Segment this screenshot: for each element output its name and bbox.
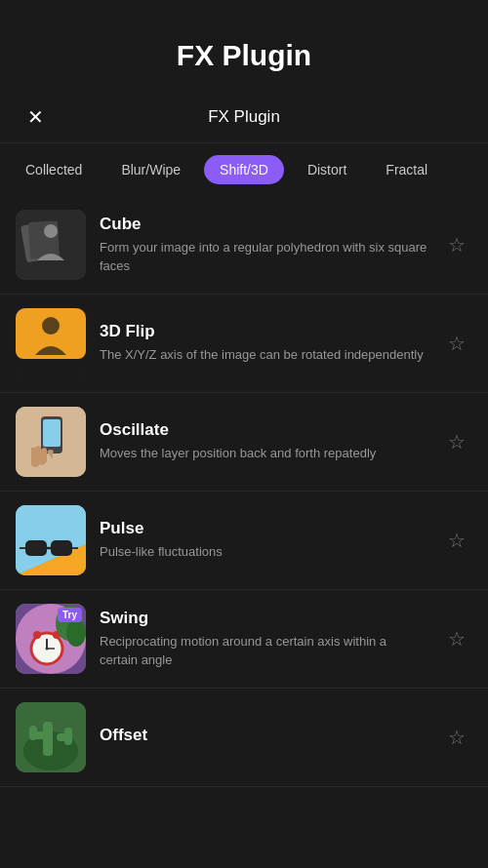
item-thumbnail-swing: Try [16,604,86,674]
list-item[interactable]: Offset ☆ [0,689,488,787]
item-info-oscillate: Oscillate Moves the layer position back … [100,420,427,462]
svg-point-29 [66,619,86,647]
list-item[interactable]: Pulse Pulse-like fluctuations ☆ [0,492,488,590]
list-item[interactable]: Oscillate Moves the layer position back … [0,393,488,492]
item-description: Form your image into a regular polyhedro… [100,239,427,274]
star-icon: ☆ [448,233,466,256]
svg-rect-15 [51,540,72,556]
header-section: FX Plugin [0,0,488,92]
item-info-flip: 3D Flip The X/Y/Z axis of the image can … [100,322,427,364]
item-info-pulse: Pulse Pulse-like fluctuations [100,519,427,561]
item-info-cube: Cube Form your image into a regular poly… [100,215,427,274]
offset-thumbnail-svg [16,702,86,772]
item-name: Cube [100,215,427,234]
tab-collected[interactable]: Collected [10,155,98,184]
cube-thumbnail-svg [16,210,86,280]
favorite-button-pulse[interactable]: ☆ [441,525,472,556]
nav-bar: ✕ FX Plugin [0,92,488,143]
star-icon: ☆ [448,627,466,651]
svg-rect-34 [29,726,37,740]
items-list: Cube Form your image into a regular poly… [0,196,488,868]
try-badge: Try [58,608,82,622]
svg-rect-32 [43,722,53,756]
item-thumbnail-offset [16,702,86,772]
favorite-button-offset[interactable]: ☆ [441,722,472,753]
svg-point-26 [33,631,41,639]
item-info-swing: Swing Reciprocating motion around a cert… [100,609,427,668]
page-title: FX Plugin [20,39,468,72]
star-icon: ☆ [448,726,466,749]
item-thumbnail-pulse [16,505,86,575]
favorite-button-swing[interactable]: ☆ [441,623,472,654]
close-icon: ✕ [27,105,44,129]
pulse-thumbnail-svg [16,505,86,575]
list-item[interactable]: Cube Form your image into a regular poly… [0,196,488,295]
list-item[interactable]: 3D Flip The X/Y/Z axis of the image can … [0,295,488,393]
item-description: Moves the layer position back and forth … [100,445,427,462]
item-description: Reciprocating motion around a certain ax… [100,633,427,668]
tab-fractal[interactable]: Fractal [370,155,443,184]
svg-rect-9 [43,419,61,447]
star-icon: ☆ [448,332,466,355]
tab-shift-3d[interactable]: Shift/3D [204,155,284,184]
star-icon: ☆ [448,430,466,454]
favorite-button-flip[interactable]: ☆ [441,328,472,359]
svg-point-6 [42,317,60,335]
oscillate-thumbnail-svg [16,407,86,477]
item-description: Pulse-like fluctuations [100,543,427,561]
list-item[interactable]: Try Swing Reciprocating motion around a … [0,590,488,689]
item-name: Offset [100,726,427,745]
close-button[interactable]: ✕ [20,101,51,133]
svg-rect-14 [25,540,47,556]
flip-thumbnail-svg [16,308,86,378]
favorite-button-oscillate[interactable]: ☆ [441,426,472,457]
tabs-container: Collected Blur/Wipe Shift/3D Distort Fra… [0,143,488,196]
item-name: Oscillate [100,420,427,440]
item-name: Swing [100,609,427,628]
tab-distort[interactable]: Distort [292,155,362,184]
svg-rect-36 [64,728,72,745]
star-icon: ☆ [448,529,466,552]
nav-title: FX Plugin [51,107,437,127]
item-name: Pulse [100,519,427,538]
item-thumbnail-oscillate [16,407,86,477]
item-info-offset: Offset [100,726,427,750]
tab-blur-wipe[interactable]: Blur/Wipe [105,155,196,184]
item-description: The X/Y/Z axis of the image can be rotat… [100,346,427,364]
item-thumbnail-cube [16,210,86,280]
item-thumbnail-flip [16,308,86,378]
svg-point-3 [44,224,58,238]
favorite-button-cube[interactable]: ☆ [441,229,472,260]
item-name: 3D Flip [100,322,427,341]
